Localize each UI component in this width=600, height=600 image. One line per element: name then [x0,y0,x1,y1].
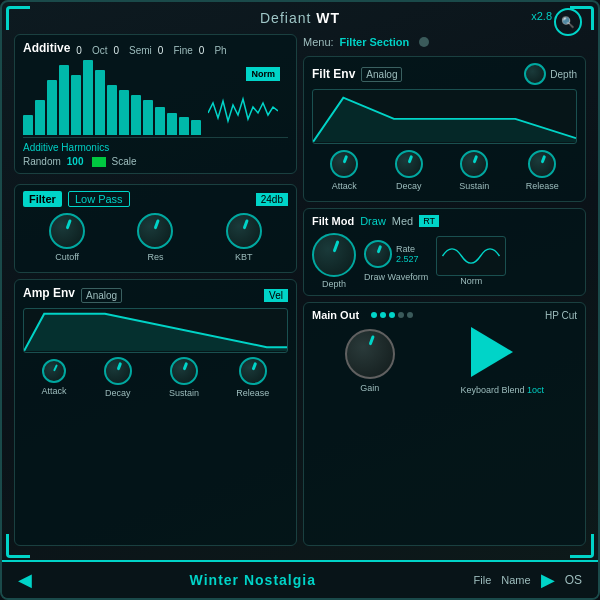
amp-release-label: Release [236,388,269,398]
keyboard-blend-value: 1oct [527,385,544,395]
draw-waveform-label: Draw Waveform [364,272,428,282]
menu-label: Menu: [303,36,334,48]
filt-mod-rate-knob[interactable] [364,240,392,268]
hp-cut-label: HP Cut [545,310,577,321]
cutoff-knob[interactable] [49,213,85,249]
harmonic-bar[interactable] [23,115,33,135]
kbt-control: KBT [226,213,262,262]
preset-name[interactable]: Winter Nostalgia [32,572,474,588]
amp-env-display [23,308,288,353]
depth-label: Depth [550,69,577,80]
random-label: Random [23,156,61,167]
depth-mini-knob[interactable] [524,63,546,85]
filt-env-panel: Filt Env Analog Depth [303,56,586,202]
cutoff-label: Cutoff [55,252,79,262]
harmonic-bar[interactable] [143,100,153,135]
main-out-title: Main Out [312,309,359,321]
cutoff-control: Cutoff [49,213,85,262]
draw-tag[interactable]: Draw [360,215,386,227]
filt-mod-waveform [436,236,506,276]
harmonic-bar[interactable] [35,100,45,135]
filt-attack-control: Attack [330,150,358,191]
res-label: Res [147,252,163,262]
filt-mod-depth-label: Depth [322,279,346,289]
harmonics-display: Norm [23,63,288,138]
amp-sustain-label: Sustain [169,388,199,398]
harmonic-bar[interactable] [155,107,165,135]
filt-release-label: Release [526,181,559,191]
analog-tag: Analog [81,288,122,303]
scale-color-box [92,157,106,167]
kbt-label: KBT [235,252,253,262]
harmonic-bar[interactable] [131,95,141,135]
filt-mod-depth-knob[interactable] [312,233,356,277]
next-arrow[interactable]: ▶ [541,569,555,591]
res-knob[interactable] [137,213,173,249]
keyboard-blend-label: Keyboard Blend [461,385,525,395]
harmonic-bar[interactable] [83,60,93,135]
amp-attack-knob[interactable] [42,359,66,383]
name-button[interactable]: Name [501,574,530,586]
magnifier-icon[interactable]: 🔍 [554,8,582,36]
title-text: Defiant [260,10,311,26]
amp-decay-knob[interactable] [104,357,132,385]
filter-db[interactable]: 24db [256,193,288,206]
amp-sustain-knob[interactable] [170,357,198,385]
random-value[interactable]: 100 [67,156,84,167]
menu-filter-section[interactable]: Filter Section [340,36,410,48]
harmonic-bar[interactable] [179,117,189,135]
amp-decay-label: Decay [105,388,131,398]
harmonic-bar[interactable] [119,90,129,135]
filt-sustain-knob[interactable] [460,150,488,178]
gain-label: Gain [360,383,379,393]
zoom-level: x2.8 [531,10,552,22]
harmonic-bar[interactable] [107,85,117,135]
synth-ui: Defiant WT x2.8 🔍 Additive 0 Oct 0 Semi … [0,0,600,600]
play-button[interactable] [471,327,513,377]
med-tag[interactable]: Med [392,215,413,227]
amp-release-control: Release [236,357,269,398]
file-button[interactable]: File [474,574,492,586]
menu-indicator [419,37,429,47]
filt-env-graph [312,89,577,144]
oct-label: Oct [92,45,108,56]
waveform-svg [208,93,278,133]
filt-sustain-control: Sustain [459,150,489,191]
additive-panel: Additive 0 Oct 0 Semi 0 Fine 0 Ph Norm [14,34,297,174]
filter-mode[interactable]: Low Pass [68,191,130,207]
harmonic-bar[interactable] [167,113,177,135]
filt-decay-knob[interactable] [395,150,423,178]
amp-release-knob[interactable] [239,357,267,385]
vel-box[interactable]: Vel [264,289,288,302]
norm-box[interactable]: Norm [246,67,280,81]
amp-sustain-control: Sustain [169,357,199,398]
filt-attack-knob[interactable] [330,150,358,178]
dot-5 [407,312,413,318]
harmonic-bar[interactable] [71,75,81,135]
harmonic-bar[interactable] [191,120,201,135]
dot-2 [380,312,386,318]
kbt-knob[interactable] [226,213,262,249]
svg-marker-0 [24,314,287,351]
harmonic-bar[interactable] [59,65,69,135]
rt-box[interactable]: RT [419,215,439,227]
gain-knob[interactable] [345,329,395,379]
rate-label: Rate [396,244,419,254]
filter-title: Filter [23,191,62,207]
filt-release-knob[interactable] [528,150,556,178]
harmonic-bar[interactable] [47,80,57,135]
amp-env-title: Amp Env [23,286,75,300]
harmonic-bar[interactable] [95,70,105,135]
prev-arrow[interactable]: ◀ [18,569,32,591]
svg-marker-1 [313,98,576,142]
amp-attack-control: Attack [42,359,67,396]
ph-label: Ph [214,45,226,56]
filt-attack-label: Attack [332,181,357,191]
filt-mod-title: Filt Mod [312,215,354,227]
filt-sustain-label: Sustain [459,181,489,191]
filt-env-analog: Analog [361,67,402,82]
title-bold: WT [316,10,340,26]
dot-4 [398,312,404,318]
filt-mod-panel: Filt Mod Draw Med RT Depth Rate [303,208,586,296]
title-bar: Defiant WT [2,2,598,30]
